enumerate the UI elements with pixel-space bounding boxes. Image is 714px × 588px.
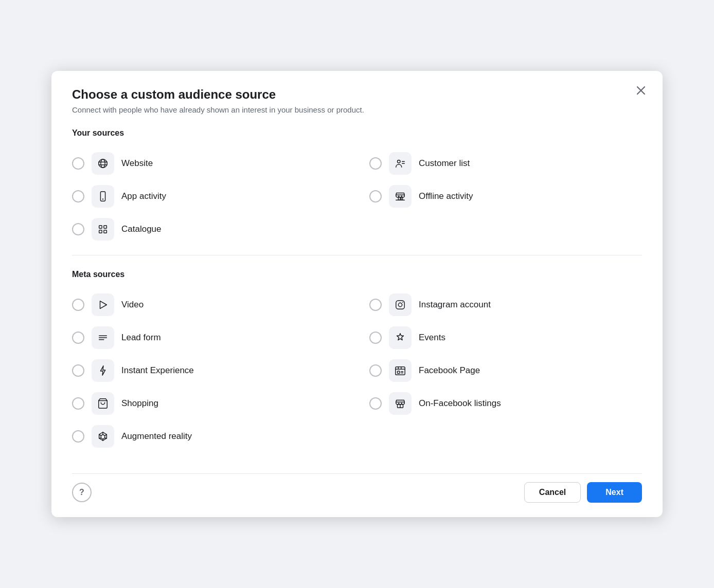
cancel-button[interactable]: Cancel: [524, 482, 581, 503]
video-label: Video: [121, 300, 144, 310]
svg-rect-17: [104, 230, 107, 233]
radio-shopping[interactable]: [72, 397, 84, 410]
footer-actions: Cancel Next: [524, 482, 642, 503]
lightning-icon-box: [92, 359, 114, 382]
play-icon-box: [92, 293, 114, 316]
lead-form-icon-box: [92, 326, 114, 349]
play-icon: [97, 299, 109, 310]
radio-augmented-reality[interactable]: [72, 430, 84, 443]
next-button[interactable]: Next: [587, 482, 642, 503]
offline-activity-label: Offline activity: [419, 191, 473, 201]
app-activity-label: App activity: [121, 191, 166, 201]
svg-point-20: [398, 303, 402, 306]
instant-experience-label: Instant Experience: [121, 365, 194, 376]
meta-sources-grid: Video Instagram account Lead form Events: [72, 288, 642, 453]
your-sources-label: Your sources: [72, 128, 642, 138]
svg-rect-11: [398, 197, 400, 200]
modal: Choose a custom audience source Connect …: [51, 71, 663, 517]
radio-lead-form[interactable]: [72, 332, 84, 344]
globe-icon: [97, 158, 109, 169]
on-facebook-listings-label: On-Facebook listings: [419, 398, 501, 409]
radio-facebook-page[interactable]: [369, 364, 382, 377]
option-instant-experience[interactable]: Instant Experience: [72, 354, 345, 387]
facebook-page-icon: [395, 365, 406, 376]
svg-point-2: [99, 159, 108, 168]
events-icon: [395, 332, 406, 343]
instagram-icon: [395, 299, 406, 310]
svg-rect-19: [396, 301, 405, 309]
store-icon-box: [389, 185, 412, 208]
events-icon-box: [389, 326, 412, 349]
modal-footer: ? Cancel Next: [72, 473, 642, 503]
radio-website[interactable]: [72, 157, 84, 170]
option-offline-activity[interactable]: Offline activity: [369, 180, 642, 213]
customer-list-icon: [395, 158, 406, 169]
modal-subtitle: Connect with people who have already sho…: [72, 105, 642, 114]
lead-form-label: Lead form: [121, 333, 161, 343]
listings-icon: [395, 398, 406, 409]
option-instagram[interactable]: Instagram account: [369, 288, 642, 321]
events-label: Events: [419, 333, 445, 343]
option-video[interactable]: Video: [72, 288, 345, 321]
svg-rect-25: [396, 367, 405, 375]
catalogue-label: Catalogue: [121, 224, 162, 234]
facebook-page-label: Facebook Page: [419, 365, 480, 376]
option-app-activity[interactable]: App activity: [72, 180, 345, 213]
option-events[interactable]: Events: [369, 321, 642, 354]
svg-rect-29: [398, 371, 400, 374]
radio-instant-experience[interactable]: [72, 364, 84, 377]
option-on-facebook-listings[interactable]: On-Facebook listings: [369, 387, 642, 420]
svg-point-21: [402, 302, 403, 303]
close-button[interactable]: [632, 81, 650, 100]
radio-customer-list[interactable]: [369, 157, 382, 170]
option-augmented-reality[interactable]: Augmented reality: [72, 420, 345, 453]
svg-point-3: [101, 159, 105, 168]
section-divider: [72, 255, 642, 255]
cart-icon: [97, 398, 109, 409]
listings-icon-box: [389, 392, 412, 415]
help-button[interactable]: ?: [72, 483, 92, 502]
svg-rect-16: [99, 230, 102, 233]
ar-icon: [97, 431, 109, 442]
radio-catalogue[interactable]: [72, 223, 84, 235]
radio-events[interactable]: [369, 332, 382, 344]
catalogue-icon-box: [92, 218, 114, 241]
svg-marker-18: [100, 301, 107, 309]
ar-icon-box: [92, 425, 114, 448]
website-label: Website: [121, 158, 153, 169]
option-website[interactable]: Website: [72, 147, 345, 180]
facebook-page-icon-box: [389, 359, 412, 382]
option-facebook-page[interactable]: Facebook Page: [369, 354, 642, 387]
svg-rect-12: [401, 197, 403, 200]
lead-form-icon: [97, 332, 109, 343]
svg-rect-14: [99, 226, 102, 229]
meta-sources-label: Meta sources: [72, 270, 642, 279]
svg-point-6: [398, 160, 401, 163]
option-lead-form[interactable]: Lead form: [72, 321, 345, 354]
radio-video[interactable]: [72, 299, 84, 311]
option-shopping[interactable]: Shopping: [72, 387, 345, 420]
mobile-icon-box: [92, 185, 114, 208]
your-sources-grid: Website Customer list App activity Offli…: [72, 147, 642, 246]
augmented-reality-label: Augmented reality: [121, 431, 192, 442]
instagram-label: Instagram account: [419, 300, 491, 310]
option-customer-list[interactable]: Customer list: [369, 147, 642, 180]
modal-header: Choose a custom audience source Connect …: [72, 87, 642, 114]
radio-offline-activity[interactable]: [369, 190, 382, 203]
customer-list-label: Customer list: [419, 158, 470, 169]
radio-app-activity[interactable]: [72, 190, 84, 203]
instagram-icon-box: [389, 293, 412, 316]
option-catalogue[interactable]: Catalogue: [72, 213, 345, 246]
shopping-label: Shopping: [121, 398, 158, 409]
modal-title: Choose a custom audience source: [72, 87, 642, 102]
svg-marker-36: [101, 434, 104, 439]
radio-on-facebook-listings[interactable]: [369, 397, 382, 410]
radio-instagram[interactable]: [369, 299, 382, 311]
svg-rect-15: [104, 226, 107, 229]
customer-list-icon-box: [389, 152, 412, 175]
mobile-icon: [97, 191, 109, 202]
cart-icon-box: [92, 392, 114, 415]
store-icon: [395, 191, 406, 202]
globe-icon-box: [92, 152, 114, 175]
lightning-icon: [97, 365, 109, 376]
